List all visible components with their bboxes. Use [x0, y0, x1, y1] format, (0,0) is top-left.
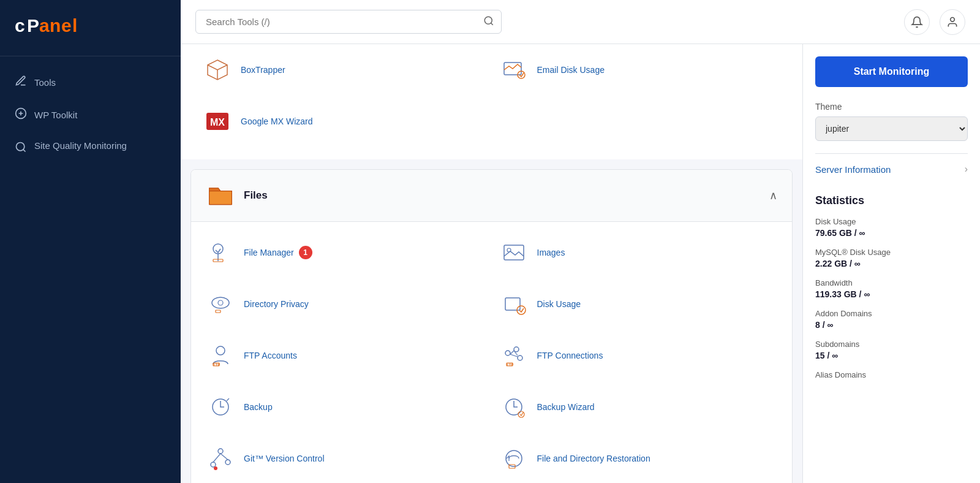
main-area: BoxTrapper Email Disk Usage: [181, 0, 980, 483]
svg-point-42: [211, 462, 216, 467]
boxtrapper-icon: [203, 55, 232, 85]
tool-backup[interactable]: Backup: [198, 381, 492, 433]
search-button[interactable]: [483, 15, 494, 29]
stat-addon-value: 8 / ∞: [815, 320, 968, 330]
sidebar-logo-area: c P a n e l: [0, 0, 181, 56]
ftp-accounts-label: FTP Accounts: [244, 351, 297, 360]
tool-email-disk-usage[interactable]: Email Disk Usage: [492, 44, 788, 96]
files-section: Files ∧: [190, 169, 793, 483]
tool-file-dir-restoration[interactable]: File and Directory Restoration: [492, 433, 785, 483]
sidebar-item-tools[interactable]: Tools: [0, 66, 181, 99]
svg-point-23: [218, 300, 223, 305]
tool-disk-usage[interactable]: Disk Usage: [492, 278, 785, 330]
stat-mysql-name: MySQL® Disk Usage: [815, 248, 968, 257]
sidebar-item-wp-toolkit[interactable]: WP Toolkit: [0, 99, 181, 131]
stat-mysql-disk-usage: MySQL® Disk Usage 2.22 GB / ∞: [815, 248, 968, 268]
svg-text:n: n: [50, 15, 60, 36]
google-mx-icon: MX: [203, 107, 232, 136]
file-manager-label-area: File Manager 1: [244, 246, 312, 259]
sidebar-item-label-sqm: Site Quality Monitoring: [34, 140, 127, 152]
backup-wizard-label: Backup Wizard: [537, 402, 595, 412]
disk-usage-label: Disk Usage: [537, 299, 581, 309]
theme-label: Theme: [815, 102, 968, 112]
svg-rect-20: [504, 245, 524, 260]
svg-text:e: e: [61, 15, 71, 36]
boxtrapper-label: BoxTrapper: [241, 65, 285, 75]
svg-text:P: P: [27, 15, 39, 36]
svg-point-8: [484, 17, 492, 24]
files-section-header[interactable]: Files ∧: [191, 170, 792, 222]
user-profile-button[interactable]: [940, 9, 965, 35]
tool-backup-wizard[interactable]: Backup Wizard: [492, 381, 785, 433]
server-information-row[interactable]: Server Information ›: [815, 153, 968, 184]
svg-point-27: [216, 346, 225, 355]
stat-addon-domains: Addon Domains 8 / ∞: [815, 309, 968, 330]
tool-file-manager[interactable]: File Manager 1: [198, 227, 492, 278]
topbar-actions: [904, 9, 965, 35]
svg-line-45: [221, 454, 228, 460]
svg-point-30: [505, 351, 510, 356]
google-mx-label: Google MX Wizard: [241, 116, 312, 126]
tool-ftp-connections[interactable]: FTP FTP Connections: [492, 330, 785, 381]
svg-point-46: [214, 466, 217, 470]
files-section-header-left: Files: [206, 181, 268, 210]
wp-icon: [15, 107, 27, 123]
svg-point-43: [225, 460, 230, 465]
tool-boxtrapper[interactable]: BoxTrapper: [195, 44, 492, 96]
cpanel-logo: c P a n e l: [15, 12, 166, 41]
stat-subdomains-value: 15 / ∞: [815, 351, 968, 360]
stat-subdomains-name: Subdomains: [815, 340, 968, 349]
svg-text:a: a: [39, 15, 50, 36]
stat-addon-name: Addon Domains: [815, 309, 968, 318]
file-dir-restoration-icon: [499, 444, 529, 473]
search-box: [195, 10, 502, 34]
sidebar-item-site-quality[interactable]: Site Quality Monitoring: [0, 131, 181, 165]
svg-text:c: c: [15, 15, 24, 36]
files-section-grid: File Manager 1 Images: [191, 222, 792, 483]
backup-icon: [206, 392, 235, 422]
svg-point-32: [518, 356, 522, 360]
files-folder-icon: [206, 181, 235, 210]
search-input[interactable]: [195, 10, 502, 34]
svg-line-33: [510, 351, 514, 354]
theme-select[interactable]: jupiter paper_lantern glass: [815, 116, 968, 141]
right-panel: Start Monitoring Theme jupiter paper_lan…: [802, 44, 980, 483]
svg-point-47: [506, 451, 522, 466]
stat-mysql-value: 2.22 GB / ∞: [815, 259, 968, 268]
email-disk-usage-label: Email Disk Usage: [537, 65, 605, 75]
tool-ftp-accounts[interactable]: FTP FTP Accounts: [198, 330, 492, 381]
start-monitoring-button[interactable]: Start Monitoring: [815, 56, 968, 87]
server-information-label: Server Information: [815, 164, 891, 175]
svg-text:FTP: FTP: [213, 363, 220, 367]
ftp-accounts-icon: FTP: [206, 341, 235, 370]
email-items-grid: BoxTrapper Email Disk Usage: [195, 44, 788, 147]
tool-git-version-control[interactable]: Git™ Version Control: [198, 433, 492, 483]
svg-point-7: [17, 143, 24, 151]
sidebar: c P a n e l Tools WP Toolkit S: [0, 0, 181, 483]
file-manager-icon: [206, 238, 235, 267]
files-section-title: Files: [244, 189, 268, 202]
directory-privacy-icon: [206, 289, 235, 319]
tool-google-mx-wizard[interactable]: MX Google MX Wizard: [195, 96, 492, 147]
sidebar-item-label-wp: WP Toolkit: [34, 110, 77, 120]
stat-disk-usage-value: 79.65 GB / ∞: [815, 228, 968, 238]
svg-point-40: [518, 411, 524, 417]
stat-bandwidth-value: 119.33 GB / ∞: [815, 289, 968, 299]
stat-subdomains: Subdomains 15 / ∞: [815, 340, 968, 360]
files-chevron-icon: ∧: [769, 189, 777, 202]
file-dir-restoration-label: File and Directory Restoration: [537, 454, 650, 463]
sidebar-item-label-tools: Tools: [34, 77, 56, 88]
svg-point-22: [212, 297, 229, 308]
tool-images[interactable]: Images: [492, 227, 785, 278]
svg-text:FTP: FTP: [507, 363, 513, 367]
tool-directory-privacy[interactable]: Directory Privacy: [198, 278, 492, 330]
sidebar-nav: Tools WP Toolkit Site Quality Monitoring: [0, 66, 181, 165]
file-manager-label: File Manager: [244, 248, 294, 257]
svg-point-9: [951, 17, 955, 21]
stat-disk-usage: Disk Usage 79.65 GB / ∞: [815, 217, 968, 238]
notifications-button[interactable]: [904, 9, 930, 35]
git-icon: [206, 444, 235, 473]
stat-bandwidth: Bandwidth 119.33 GB / ∞: [815, 278, 968, 299]
email-partial-section: BoxTrapper Email Disk Usage: [181, 44, 802, 159]
svg-point-41: [218, 449, 223, 454]
